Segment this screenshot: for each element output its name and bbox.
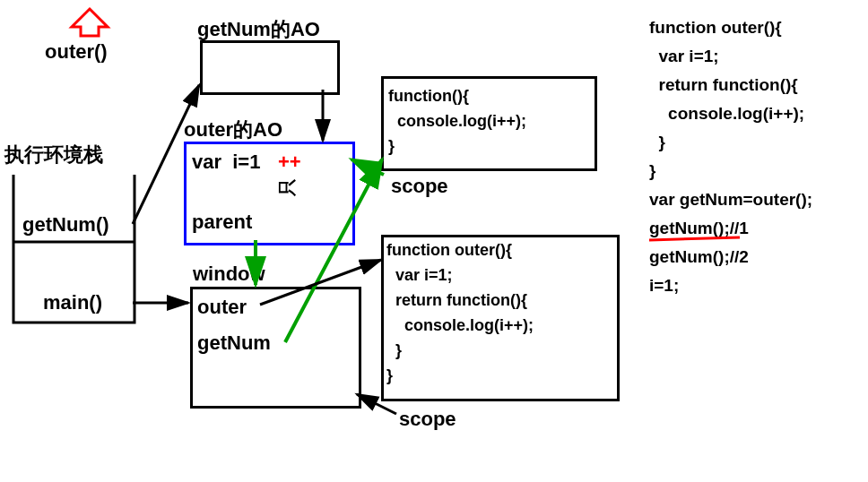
outer-fn-code: function outer(){ var i=1; return functi… (386, 237, 534, 388)
scope-label-1: scope (391, 175, 448, 198)
inner-fn-code: function(){ console.log(i++); } (388, 83, 526, 159)
parent-label: parent (192, 211, 252, 234)
outer-prop-label: outer (197, 296, 247, 319)
guard-char: 只 (275, 178, 299, 196)
stack-main: main() (43, 291, 102, 314)
exec-stack-title: 执行环境栈 (4, 142, 103, 168)
plusplus-label: ++ (278, 151, 301, 174)
getnum-ao-label: getNum的AO (197, 16, 320, 43)
outer-call-label: outer() (45, 40, 108, 64)
stack-getnum: getNum() (22, 213, 109, 237)
getnum-prop-label: getNum (197, 331, 271, 355)
svg-line-5 (352, 159, 384, 175)
var-i-label: var i=1 (192, 151, 260, 174)
scope-label-2: scope (399, 408, 456, 431)
window-label: window (193, 263, 265, 286)
getnum-ao-box (200, 40, 340, 95)
outer-ao-label: outer的AO (184, 116, 282, 143)
source-code: function outer(){ var i=1; return functi… (649, 13, 812, 300)
